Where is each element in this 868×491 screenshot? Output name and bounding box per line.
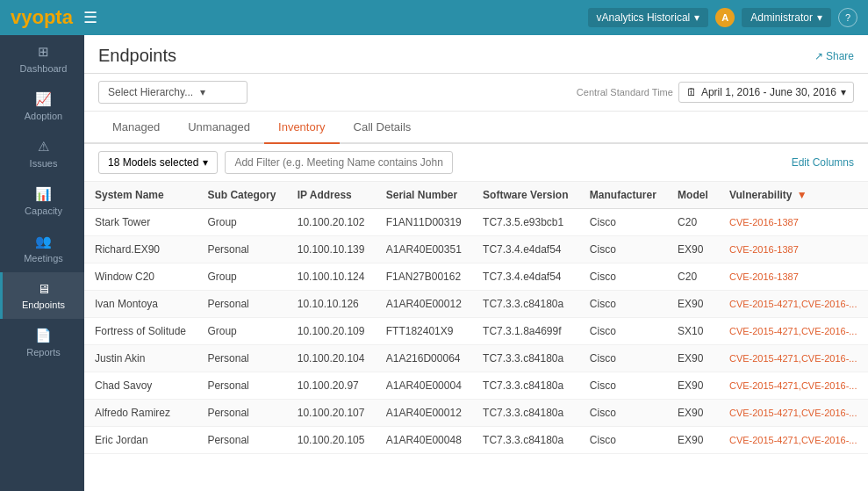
cell-manufacturer: Cisco	[579, 318, 667, 345]
cell-vuln[interactable]: CVE-2015-4271,CVE-2016-...	[719, 291, 868, 318]
table-row[interactable]: Fortress of Solitude Group 10.100.20.109…	[84, 318, 868, 345]
vuln-link[interactable]: CVE-2015-4271,CVE-2016-...	[729, 408, 857, 418]
models-label: 18 Models selected	[108, 156, 198, 169]
cell-system-name: Chad Savoy	[84, 372, 197, 400]
tab-calldetails[interactable]: Call Details	[340, 112, 426, 144]
cell-vuln[interactable]: CVE-2015-4271,CVE-2016-...	[719, 372, 868, 400]
col-software-version: Software Version	[472, 182, 579, 209]
logo: vyopta	[11, 6, 73, 29]
sidebar-item-adoption[interactable]: 📈 Adoption	[0, 83, 84, 130]
vuln-link[interactable]: CVE-2015-4271,CVE-2016-...	[729, 353, 857, 364]
cell-vuln[interactable]: CVE-2016-1387	[719, 264, 868, 291]
sidebar-label-issues: Issues	[30, 158, 58, 169]
sidebar-item-reports[interactable]: 📄 Reports	[0, 319, 84, 366]
cell-ip: 10.100.20.109	[287, 318, 376, 345]
sidebar-item-capacity[interactable]: 📊 Capacity	[0, 177, 84, 225]
vuln-link[interactable]: CVE-2016-1387	[729, 244, 799, 255]
cell-sub-category: Personal	[197, 372, 286, 400]
table-row[interactable]: Eric Jordan Personal 10.100.20.105 A1AR4…	[84, 427, 868, 454]
cell-manufacturer: Cisco	[579, 345, 667, 372]
vuln-link[interactable]: CVE-2016-1387	[729, 271, 799, 282]
table-row[interactable]: Alfredo Ramirez Personal 10.100.20.107 A…	[84, 400, 868, 427]
share-label: Share	[826, 50, 854, 62]
cell-serial: A1AR40E00048	[376, 427, 472, 454]
issues-icon: ⚠	[38, 139, 49, 155]
cell-vuln[interactable]: CVE-2015-4271,CVE-2016-...	[719, 400, 868, 427]
table-body: Stark Tower Group 10.100.20.102 F1AN11D0…	[84, 209, 868, 454]
user-avatar: A	[715, 8, 735, 27]
cell-sub-category: Personal	[197, 345, 286, 372]
cell-ip: 10.10.10.126	[287, 291, 376, 318]
share-button[interactable]: ↗ Share	[814, 50, 854, 62]
table-row[interactable]: Window C20 Group 10.100.10.124 F1AN27B00…	[84, 264, 868, 291]
cell-sub-category: Group	[197, 209, 286, 236]
col-serial-number: Serial Number	[376, 182, 472, 209]
sidebar-item-endpoints[interactable]: 🖥 Endpoints	[0, 272, 84, 319]
help-button[interactable]: ?	[838, 8, 857, 27]
toolbar-left: 18 Models selected ▾	[98, 151, 453, 174]
page-header: Endpoints ↗ Share	[84, 35, 868, 74]
models-filter-button[interactable]: 18 Models selected ▾	[98, 151, 218, 174]
cell-serial: A1AR40E00012	[376, 291, 472, 318]
cell-serial: F1AN11D00319	[376, 209, 472, 236]
tab-managed[interactable]: Managed	[98, 112, 174, 144]
cell-ip: 10.100.20.107	[287, 400, 376, 427]
cell-vuln[interactable]: CVE-2016-1387	[719, 209, 868, 236]
analytics-dropdown[interactable]: vAnalytics Historical ▾	[588, 8, 709, 27]
page-title: Endpoints	[98, 46, 176, 66]
share-arrow-icon: ↗	[814, 50, 826, 62]
cell-system-name: Stark Tower	[84, 209, 197, 236]
user-dropdown[interactable]: Administrator ▾	[742, 8, 831, 27]
vuln-link[interactable]: CVE-2015-4271,CVE-2016-...	[729, 299, 857, 309]
sidebar-label-reports: Reports	[26, 347, 61, 357]
cell-ip: 10.100.20.105	[287, 427, 376, 454]
hierarchy-select[interactable]: Select Hierarchy... ▾	[98, 81, 247, 104]
timezone-label: Central Standard Time	[577, 87, 673, 97]
table-row[interactable]: Chad Savoy Personal 10.100.20.97 A1AR40E…	[84, 372, 868, 400]
logo-opta: opta	[32, 6, 72, 28]
sidebar-item-meetings[interactable]: 👥 Meetings	[0, 225, 84, 272]
tab-unmanaged[interactable]: Unmanaged	[174, 112, 264, 144]
sidebar-label-meetings: Meetings	[24, 253, 63, 264]
hamburger-menu-icon[interactable]: ☰	[83, 8, 97, 27]
table-toolbar: 18 Models selected ▾ Edit Columns	[84, 144, 868, 182]
tab-inventory[interactable]: Inventory	[264, 112, 339, 144]
table-header: System Name Sub Category IP Address Seri…	[84, 182, 868, 209]
sidebar: ⊞ Dashboard 📈 Adoption ⚠ Issues 📊 Capaci…	[0, 35, 84, 491]
cell-vuln[interactable]: CVE-2015-4271,CVE-2016-...	[719, 427, 868, 454]
table-scroll[interactable]: System Name Sub Category IP Address Seri…	[84, 182, 868, 491]
table-row[interactable]: Stark Tower Group 10.100.20.102 F1AN11D0…	[84, 209, 868, 236]
vuln-link[interactable]: CVE-2015-4271,CVE-2016-...	[729, 380, 857, 391]
table-header-row: System Name Sub Category IP Address Seri…	[84, 182, 868, 209]
table-row[interactable]: Ivan Montoya Personal 10.10.10.126 A1AR4…	[84, 291, 868, 318]
cell-model: EX90	[667, 345, 719, 372]
cell-software: TC7.3.3.c84180a	[472, 372, 579, 400]
cell-vuln[interactable]: CVE-2016-1387	[719, 236, 868, 264]
sidebar-item-issues[interactable]: ⚠ Issues	[0, 130, 84, 177]
models-chevron-icon: ▾	[203, 156, 208, 169]
calendar-icon: 🗓	[686, 86, 697, 98]
cell-vuln[interactable]: CVE-2015-4271,CVE-2016-...	[719, 345, 868, 372]
vuln-link[interactable]: CVE-2015-4271,CVE-2016-...	[729, 435, 857, 445]
cell-manufacturer: Cisco	[579, 372, 667, 400]
col-ip-address: IP Address	[287, 182, 376, 209]
cell-vuln[interactable]: CVE-2015-4271,CVE-2016-...	[719, 318, 868, 345]
tabs-bar: Managed Unmanaged Inventory Call Details	[84, 112, 868, 144]
cell-model: EX90	[667, 236, 719, 264]
vuln-link[interactable]: CVE-2016-1387	[729, 217, 799, 227]
cell-serial: A1AR40E00012	[376, 400, 472, 427]
table-area: 18 Models selected ▾ Edit Columns System…	[84, 144, 868, 491]
cell-ip: 10.100.10.139	[287, 236, 376, 264]
table-row[interactable]: Justin Akin Personal 10.100.20.104 A1A21…	[84, 345, 868, 372]
date-picker-button[interactable]: 🗓 April 1, 2016 - June 30, 2016 ▾	[678, 82, 854, 103]
cell-model: SX10	[667, 318, 719, 345]
vuln-link[interactable]: CVE-2015-4271,CVE-2016-...	[729, 326, 857, 336]
sort-icon: ▼	[797, 189, 807, 201]
cell-manufacturer: Cisco	[579, 291, 667, 318]
edit-columns-button[interactable]: Edit Columns	[792, 156, 854, 169]
filter-input[interactable]	[225, 151, 453, 174]
cell-sub-category: Group	[197, 318, 286, 345]
table-row[interactable]: Richard.EX90 Personal 10.100.10.139 A1AR…	[84, 236, 868, 264]
reports-icon: 📄	[35, 328, 52, 343]
sidebar-item-dashboard[interactable]: ⊞ Dashboard	[0, 35, 84, 83]
